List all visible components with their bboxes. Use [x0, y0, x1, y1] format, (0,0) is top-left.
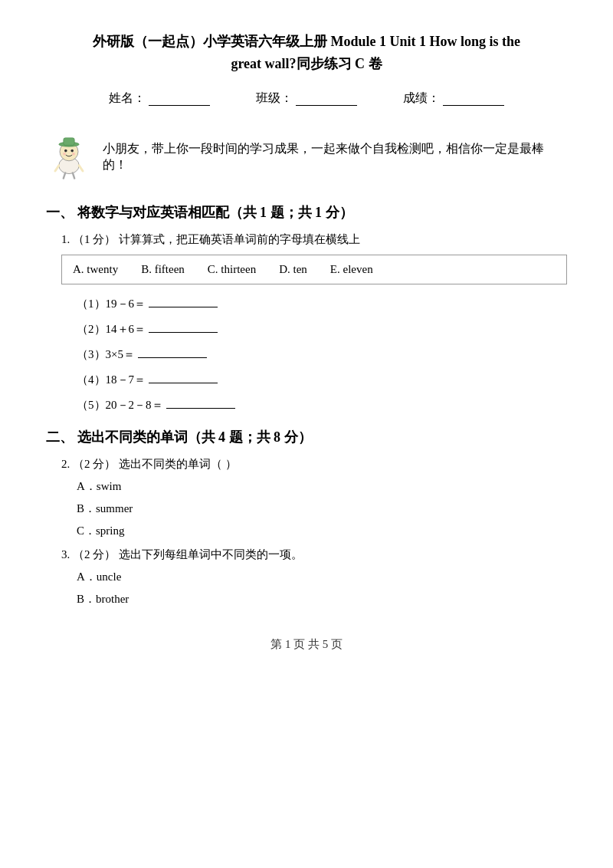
question-3-block: 3. （2 分） 选出下列每组单词中不同类的一项。 A．uncle B．brot… [46, 547, 567, 607]
svg-line-8 [55, 165, 59, 170]
q3-number: 3. [61, 548, 70, 561]
name-input[interactable] [149, 90, 210, 106]
question-3-title: 3. （2 分） 选出下列每组单词中不同类的一项。 [61, 547, 567, 562]
sub-q1: （1）19－6＝ [61, 294, 567, 311]
question-1-block: 1. （1 分） 计算算式，把正确英语单词前的字母填在横线上 A. twenty… [46, 232, 567, 413]
svg-line-10 [64, 173, 65, 178]
question-2-title: 2. （2 分） 选出不同类的单词（ ） [61, 457, 567, 472]
q3-instruction: 选出下列每组单词中不同类的一项。 [119, 548, 303, 561]
q1-options-table: A. twenty B. fifteen C. thirteen D. ten … [61, 255, 567, 284]
q3-option-B: B．brother [61, 592, 567, 607]
footer-text: 第 1 页 共 5 页 [270, 638, 343, 650]
svg-line-9 [79, 165, 83, 170]
question-1-title: 1. （1 分） 计算算式，把正确英语单词前的字母填在横线上 [61, 232, 567, 247]
q3-score: （2 分） [73, 548, 116, 561]
option-E: E. eleven [330, 263, 373, 276]
q2-number: 2. [61, 458, 70, 470]
option-C: C. thirteen [208, 263, 256, 276]
answer-line-4[interactable] [149, 370, 218, 383]
mascot-icon [46, 134, 92, 180]
q2-option-C: C．spring [61, 524, 567, 538]
score-label: 成绩： [403, 90, 440, 107]
answer-line-5[interactable] [166, 395, 235, 409]
question-2-block: 2. （2 分） 选出不同类的单词（ ） A．swim B．summer C．s… [46, 457, 567, 538]
q2-instruction: 选出不同类的单词（ ） [119, 458, 237, 470]
sub-q5: （5）20－2－8＝ [61, 395, 567, 413]
svg-point-4 [64, 149, 67, 152]
score-input[interactable] [443, 90, 504, 106]
q1-instruction: 计算算式，把正确英语单词前的字母填在横线上 [119, 233, 360, 245]
class-input[interactable] [296, 90, 357, 106]
answer-line-1[interactable] [149, 294, 218, 307]
answer-line-2[interactable] [149, 319, 218, 333]
answer-line-3[interactable] [138, 344, 207, 358]
name-field: 姓名： [109, 90, 210, 107]
q1-score: （1 分） [73, 233, 116, 245]
option-A: A. twenty [73, 263, 118, 276]
score-field: 成绩： [403, 90, 504, 107]
option-B: B. fifteen [141, 263, 185, 276]
q2-option-B: B．summer [61, 501, 567, 516]
sub-q3: （3）3×5＝ [61, 344, 567, 362]
section1-header: 一、 将数字与对应英语相匹配（共 1 题；共 1 分） [46, 203, 567, 222]
svg-point-5 [70, 149, 74, 152]
mascot-section: 小朋友，带上你一段时间的学习成果，一起来做个自我检测吧，相信你一定是最棒的！ [46, 130, 567, 185]
title-line1: 外研版（一起点）小学英语六年级上册 Module 1 Unit 1 How lo… [46, 31, 567, 53]
svg-rect-3 [64, 137, 74, 145]
name-label: 姓名： [109, 90, 146, 107]
option-D: D. ten [279, 263, 307, 276]
page-title: 外研版（一起点）小学英语六年级上册 Module 1 Unit 1 How lo… [46, 31, 567, 75]
class-field: 班级： [256, 90, 357, 107]
q2-option-A: A．swim [61, 479, 567, 494]
svg-point-7 [72, 153, 75, 156]
sub-q4: （4）18－7＝ [61, 370, 567, 387]
mascot-text: 小朋友，带上你一段时间的学习成果，一起来做个自我检测吧，相信你一定是最棒的！ [103, 141, 567, 173]
q1-number: 1. [61, 233, 70, 245]
page-footer: 第 1 页 共 5 页 [46, 637, 567, 652]
q2-score: （2 分） [73, 458, 116, 470]
class-label: 班级： [256, 90, 293, 107]
section2-header: 二、 选出不同类的单词（共 4 题；共 8 分） [46, 428, 567, 446]
svg-point-6 [63, 153, 66, 156]
section2-block: 二、 选出不同类的单词（共 4 题；共 8 分） 2. （2 分） 选出不同类的… [46, 428, 567, 607]
sub-q2: （2）14＋6＝ [61, 319, 567, 337]
q3-option-A: A．uncle [61, 570, 567, 584]
title-line2: great wall?同步练习 C 卷 [46, 53, 567, 75]
svg-line-11 [73, 173, 74, 178]
